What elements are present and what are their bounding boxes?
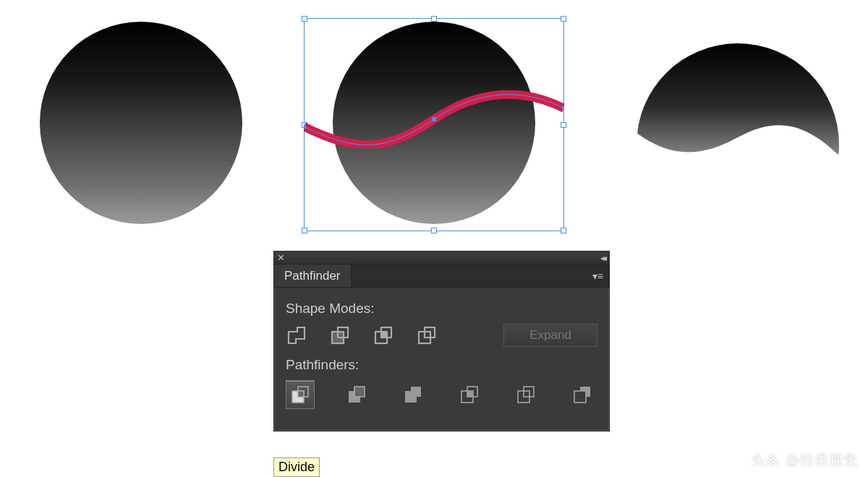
svg-rect-8 — [381, 332, 387, 338]
svg-rect-0 — [304, 124, 306, 129]
panel-topbar[interactable]: ✕ ◂◂ — [274, 252, 609, 265]
svg-rect-2 — [562, 106, 564, 111]
trim-button[interactable] — [342, 380, 371, 409]
panel-tabbar: Pathfinder ▾≡ — [274, 265, 609, 288]
svg-rect-23 — [574, 391, 586, 403]
resize-handle[interactable] — [302, 228, 307, 233]
divide-button[interactable] — [286, 380, 315, 409]
pathfinder-panel[interactable]: ✕ ◂◂ Pathfinder ▾≡ Shape Modes: Expand P… — [273, 251, 610, 431]
svg-rect-20 — [467, 391, 473, 397]
expand-button: Expand — [503, 324, 597, 347]
wave-path[interactable] — [304, 90, 564, 148]
resize-handle[interactable] — [431, 16, 437, 22]
svg-rect-17 — [411, 387, 421, 397]
pathfinders-label: Pathfinders: — [286, 357, 597, 373]
minus-front-button[interactable] — [329, 325, 351, 346]
outline-button[interactable] — [511, 380, 540, 409]
crop-button[interactable] — [455, 380, 484, 409]
gradient-circle-1[interactable] — [40, 22, 242, 224]
exclude-button[interactable] — [416, 325, 438, 346]
panel-menu-icon[interactable]: ▾≡ — [592, 270, 603, 282]
tooltip: Divide — [273, 457, 320, 477]
tab-pathfinder[interactable]: Pathfinder — [274, 265, 352, 287]
resize-handle[interactable] — [561, 228, 566, 233]
intersect-button[interactable] — [373, 325, 394, 346]
svg-rect-15 — [354, 387, 365, 397]
unite-button[interactable] — [286, 325, 307, 346]
watermark: 头条 @衍果视觉 — [752, 451, 858, 470]
collapse-icon[interactable]: ◂◂ — [600, 253, 605, 263]
merge-button[interactable] — [399, 380, 427, 409]
svg-rect-13 — [298, 391, 304, 397]
minus-back-button[interactable] — [568, 380, 597, 409]
close-icon[interactable]: ✕ — [277, 252, 285, 263]
shape-modes-label: Shape Modes: — [286, 301, 597, 317]
resize-handle[interactable] — [561, 16, 566, 22]
illustrator-canvas[interactable] — [0, 7, 868, 246]
resize-handle[interactable] — [302, 16, 307, 22]
svg-rect-22 — [524, 387, 534, 397]
divided-result-shape[interactable] — [633, 43, 843, 159]
resize-handle[interactable] — [431, 228, 437, 233]
svg-rect-1 — [432, 117, 436, 121]
